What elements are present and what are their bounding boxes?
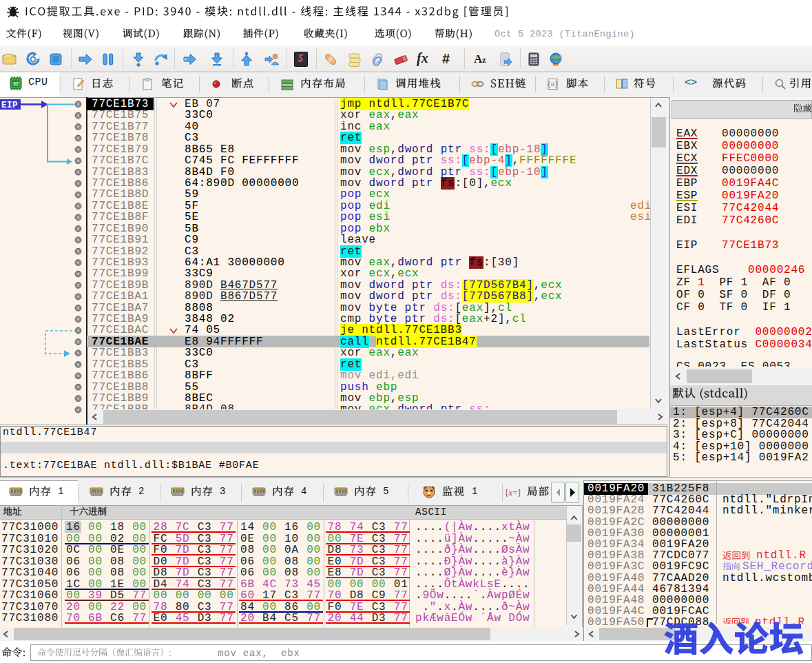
svg-text:{o}: {o} bbox=[547, 81, 558, 88]
svg-text:EIP: EIP bbox=[1, 101, 18, 110]
svg-text:32: 32 bbox=[13, 81, 19, 86]
